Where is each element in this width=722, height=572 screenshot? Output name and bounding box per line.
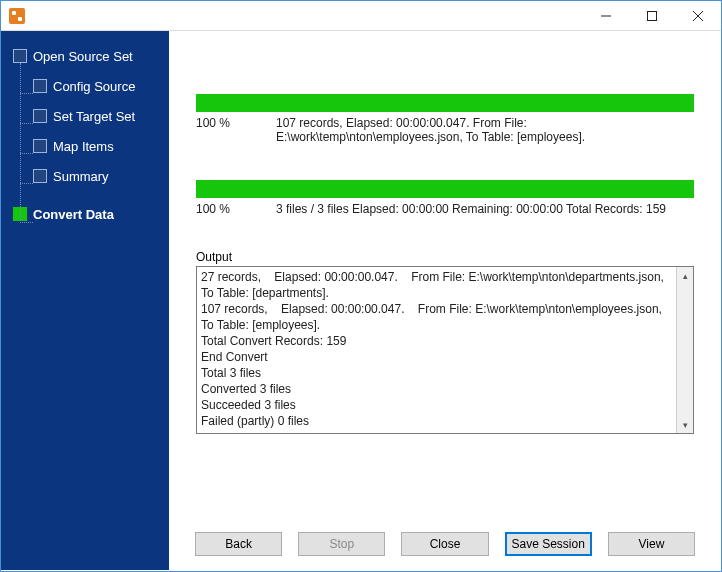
back-button[interactable]: Back bbox=[195, 532, 282, 556]
step-label: Open Source Set bbox=[33, 49, 133, 64]
save-session-button[interactable]: Save Session bbox=[505, 532, 592, 556]
step-node-icon bbox=[33, 169, 47, 183]
scroll-up-icon[interactable]: ▴ bbox=[677, 267, 693, 284]
step-set-target-set[interactable]: Set Target Set bbox=[13, 101, 169, 131]
step-label: Convert Data bbox=[33, 207, 114, 222]
output-text: 27 records, Elapsed: 00:00:00.047. From … bbox=[201, 269, 676, 429]
overall-progress-bar bbox=[196, 180, 694, 198]
step-open-source-set[interactable]: Open Source Set bbox=[13, 41, 169, 71]
view-button[interactable]: View bbox=[608, 532, 695, 556]
minimize-button[interactable] bbox=[583, 1, 629, 31]
step-label: Set Target Set bbox=[53, 109, 135, 124]
file-progress-details: 107 records, Elapsed: 00:00:00.047. From… bbox=[276, 116, 694, 144]
overall-progress-percent: 100 % bbox=[196, 202, 276, 216]
output-panel: 27 records, Elapsed: 00:00:00.047. From … bbox=[196, 266, 694, 434]
scroll-down-icon[interactable]: ▾ bbox=[677, 416, 693, 433]
step-label: Config Source bbox=[53, 79, 135, 94]
close-button[interactable] bbox=[675, 1, 721, 31]
overall-progress-block: 100 % 3 files / 3 files Elapsed: 00:00:0… bbox=[182, 152, 708, 224]
titlebar bbox=[1, 1, 721, 31]
file-progress-block: 100 % 107 records, Elapsed: 00:00:00.047… bbox=[182, 42, 708, 152]
step-label: Map Items bbox=[53, 139, 114, 154]
file-progress-percent: 100 % bbox=[196, 116, 276, 144]
file-progress-bar bbox=[196, 94, 694, 112]
step-node-icon bbox=[33, 79, 47, 93]
overall-progress-details: 3 files / 3 files Elapsed: 00:00:00 Rema… bbox=[276, 202, 694, 216]
step-label: Summary bbox=[53, 169, 109, 184]
step-node-icon bbox=[13, 49, 27, 63]
step-config-source[interactable]: Config Source bbox=[13, 71, 169, 101]
app-icon bbox=[9, 8, 25, 24]
step-map-items[interactable]: Map Items bbox=[13, 131, 169, 161]
button-row: Back Stop Close Save Session View bbox=[181, 522, 709, 560]
step-summary[interactable]: Summary bbox=[13, 161, 169, 191]
output-scrollbar[interactable]: ▴ ▾ bbox=[676, 267, 693, 433]
close-button-footer[interactable]: Close bbox=[401, 532, 488, 556]
stop-button: Stop bbox=[298, 532, 385, 556]
wizard-sidebar: Open Source Set Config Source Set Target… bbox=[1, 31, 169, 570]
content-pane: 100 % 107 records, Elapsed: 00:00:00.047… bbox=[169, 31, 721, 570]
window-controls bbox=[583, 1, 721, 31]
maximize-button[interactable] bbox=[629, 1, 675, 31]
output-label: Output bbox=[182, 250, 708, 264]
svg-rect-1 bbox=[648, 11, 657, 20]
step-node-icon bbox=[33, 139, 47, 153]
step-node-icon bbox=[33, 109, 47, 123]
step-convert-data[interactable]: Convert Data bbox=[13, 199, 169, 229]
